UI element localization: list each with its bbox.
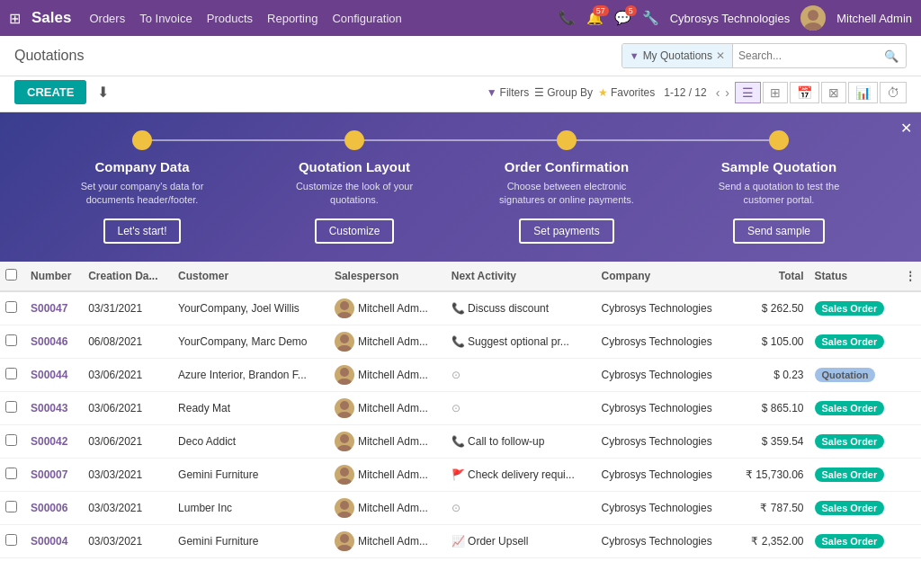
top-navigation: ⊞ Sales Orders To Invoice Products Repor… <box>0 0 921 36</box>
row-salesperson-cell: Mitchell Adm... <box>329 458 446 491</box>
step-3-title: Order Confirmation <box>505 159 629 174</box>
row-checkbox[interactable] <box>5 501 17 512</box>
row-checkbox[interactable] <box>5 401 17 413</box>
status-badge: Sales Order <box>815 468 885 482</box>
pivot-view-button[interactable]: ⊠ <box>821 82 846 103</box>
flag-activity-icon: 🚩 <box>452 468 465 481</box>
calendar-view-button[interactable]: 📅 <box>790 82 819 103</box>
search-bar: ▼ My Quotations ✕ 🔍 <box>621 43 907 68</box>
table-row: S00044 03/06/2021 Azure Interior, Brando… <box>0 358 921 391</box>
total-amount: $ 105.00 <box>762 335 804 348</box>
order-number[interactable]: S00047 <box>31 302 67 315</box>
svg-point-10 <box>340 434 349 443</box>
user-name: Mitchell Admin <box>836 12 912 25</box>
row-checkbox[interactable] <box>5 301 17 313</box>
graph-view-button[interactable]: 📊 <box>848 82 878 103</box>
step-3-button[interactable]: Set payments <box>519 218 613 244</box>
select-all-checkbox[interactable] <box>5 269 17 281</box>
row-checkbox[interactable] <box>5 468 17 479</box>
nav-orders[interactable]: Orders <box>89 12 125 25</box>
order-number[interactable]: S00043 <box>31 402 67 414</box>
customer-name: Deco Addict <box>178 435 236 448</box>
creation-date: 03/06/2021 <box>88 369 142 381</box>
creation-date: 03/03/2021 <box>88 535 142 548</box>
svg-point-8 <box>340 401 349 410</box>
download-button[interactable]: ⬇ <box>94 80 112 104</box>
row-total-cell: ₹ 787.50 <box>732 491 809 524</box>
step-dot-3 <box>557 130 577 150</box>
row-date-cell: 03/03/2021 <box>83 491 173 524</box>
svg-point-7 <box>337 379 352 385</box>
next-page-button[interactable]: › <box>725 85 729 100</box>
row-status-cell: Sales Order <box>809 491 899 524</box>
col-creation-date[interactable]: Creation Da... <box>83 262 173 291</box>
apps-icon[interactable]: ⊞ <box>9 10 21 27</box>
row-activity-cell: ⊙ <box>446 391 596 424</box>
status-badge: Sales Order <box>815 301 885 316</box>
phone-icon[interactable]: 📞 <box>559 10 576 26</box>
nav-menu: Orders To Invoice Products Reporting Con… <box>89 12 558 25</box>
order-number[interactable]: S00044 <box>31 369 67 381</box>
company-name: Cybrosys Technologies <box>601 468 711 481</box>
step-4-button[interactable]: Send sample <box>733 218 825 244</box>
svg-point-11 <box>337 445 352 451</box>
nav-products[interactable]: Products <box>207 12 253 25</box>
status-badge: Sales Order <box>815 434 885 449</box>
row-checkbox[interactable] <box>5 434 17 446</box>
phone-activity-icon: 📞 <box>452 302 465 315</box>
status-badge: Sales Order <box>815 501 885 515</box>
create-button[interactable]: CREATE <box>14 80 86 104</box>
customer-name: Lumber Inc <box>178 502 232 514</box>
order-number[interactable]: S00007 <box>31 468 67 481</box>
col-salesperson[interactable]: Salesperson <box>329 262 446 291</box>
col-status[interactable]: Status <box>809 262 899 291</box>
row-checkbox[interactable] <box>5 368 17 379</box>
col-extra: ⋮ <box>899 262 921 291</box>
salesperson-avatar <box>335 298 354 318</box>
banner-close-button[interactable]: ✕ <box>900 120 912 137</box>
group-by-button[interactable]: ☰ Group By <box>534 86 593 99</box>
step-1-button[interactable]: Let's start! <box>103 218 182 244</box>
col-number[interactable]: Number <box>25 262 83 291</box>
step-4-desc: Send a quotation to test the customer po… <box>698 180 860 208</box>
total-amount: ₹ 787.50 <box>760 502 803 514</box>
svg-point-1 <box>804 22 822 31</box>
row-checkbox[interactable] <box>5 334 17 346</box>
wrench-icon[interactable]: 🔧 <box>642 10 659 26</box>
creation-date: 03/03/2021 <box>88 502 142 514</box>
nav-to-invoice[interactable]: To Invoice <box>139 12 192 25</box>
kanban-view-button[interactable]: ⊞ <box>763 82 788 103</box>
nav-configuration[interactable]: Configuration <box>332 12 401 25</box>
activity-icon[interactable]: 🔔 57 <box>586 10 604 26</box>
row-date-cell: 03/03/2021 <box>83 458 173 491</box>
row-extra-cell <box>899 391 921 424</box>
activity-text: Order Upsell <box>468 535 528 548</box>
creation-date: 03/31/2021 <box>88 302 142 315</box>
list-view-button[interactable]: ☰ <box>735 82 761 103</box>
col-company[interactable]: Company <box>595 262 731 291</box>
search-button[interactable]: 🔍 <box>877 49 906 63</box>
order-number[interactable]: S00004 <box>31 535 67 548</box>
order-number[interactable]: S00006 <box>31 502 67 514</box>
search-input[interactable] <box>733 48 877 64</box>
filter-tag-label: My Quotations <box>643 49 712 62</box>
row-status-cell: Sales Order <box>809 458 899 491</box>
col-total[interactable]: Total <box>732 262 809 291</box>
favorites-button[interactable]: ★ Favorites <box>598 86 655 99</box>
activity-view-button[interactable]: ⏱ <box>880 82 907 103</box>
filter-tag-close[interactable]: ✕ <box>716 49 725 62</box>
row-extra-cell <box>899 424 921 458</box>
col-customer[interactable]: Customer <box>173 262 329 291</box>
message-icon[interactable]: 💬 5 <box>614 10 631 26</box>
step-2-button[interactable]: Customize <box>315 218 395 244</box>
nav-reporting[interactable]: Reporting <box>267 12 317 25</box>
filters-button[interactable]: ▼ Filters <box>487 86 530 99</box>
order-number[interactable]: S00042 <box>31 435 67 448</box>
row-checkbox[interactable] <box>5 534 17 546</box>
col-next-activity[interactable]: Next Activity <box>446 262 596 291</box>
svg-point-5 <box>337 345 352 352</box>
prev-page-button[interactable]: ‹ <box>716 85 720 100</box>
row-company-cell: Cybrosys Technologies <box>595 458 731 491</box>
order-number[interactable]: S00046 <box>31 335 67 348</box>
toolbar-right: ▼ Filters ☰ Group By ★ Favorites 1-12 / … <box>487 82 907 103</box>
